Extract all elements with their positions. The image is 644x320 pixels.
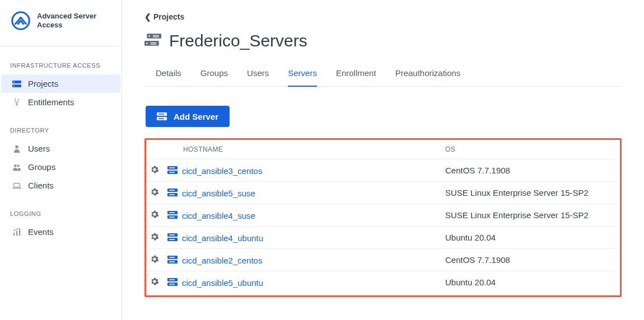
sidebar-item-users[interactable]: Users	[1, 139, 120, 158]
breadcrumb-label: Projects	[153, 12, 184, 21]
svg-rect-55	[169, 239, 175, 239]
gear-icon[interactable]	[151, 188, 158, 196]
server-hostname-link[interactable]: cicd_ansible3_centos	[182, 166, 262, 176]
svg-rect-21	[153, 35, 159, 35]
svg-rect-60	[169, 257, 175, 258]
tab-details[interactable]: Details	[156, 64, 181, 87]
svg-rect-26	[151, 44, 157, 44]
server-os: SUSE Linux Enterprise Server 15-SP2	[441, 204, 620, 227]
svg-rect-38	[169, 172, 175, 173]
tab-groups[interactable]: Groups	[200, 64, 228, 87]
user-icon	[11, 145, 22, 153]
svg-rect-11	[14, 183, 20, 187]
add-server-button[interactable]: Add Server	[146, 106, 230, 127]
sidebar-item-projects[interactable]: Projects	[1, 74, 120, 93]
svg-rect-37	[169, 172, 175, 172]
svg-rect-68	[169, 284, 175, 285]
svg-rect-63	[167, 278, 178, 281]
svg-rect-54	[169, 235, 175, 236]
svg-rect-40	[167, 193, 178, 196]
column-os: OS	[441, 140, 620, 159]
sidebar-item-groups[interactable]: Groups	[1, 158, 120, 176]
server-hostname-link[interactable]: cicd_ansible2_centos	[182, 256, 262, 265]
breadcrumb-back[interactable]: ❮ Projects	[144, 12, 622, 21]
svg-rect-52	[167, 238, 178, 241]
server-os: CentOS 7.7.1908	[441, 249, 620, 271]
tab-servers[interactable]: Servers	[288, 64, 317, 87]
svg-rect-30	[158, 114, 164, 115]
svg-point-3	[13, 81, 15, 82]
server-icon	[167, 165, 178, 175]
sidebar-item-events[interactable]: Events	[1, 223, 120, 241]
server-icon	[167, 210, 178, 220]
server-hostname-link[interactable]: cicd_ansible4_suse	[182, 211, 255, 220]
servers-table-highlight: HOSTNAME OS cicd_ansible3_centosCentOS 7…	[144, 138, 622, 297]
svg-rect-66	[169, 280, 175, 280]
server-hostname-link[interactable]: cicd_ansible5_ubuntu	[182, 278, 263, 288]
svg-point-8	[15, 145, 18, 148]
tab-content-servers: Add Server HOSTNAME OS cicd_ansible3_cen…	[144, 87, 622, 297]
gear-icon[interactable]	[151, 210, 158, 218]
svg-rect-13	[13, 233, 15, 236]
gear-icon[interactable]	[151, 255, 158, 263]
svg-rect-39	[167, 189, 178, 192]
svg-rect-33	[167, 166, 178, 170]
svg-rect-32	[158, 119, 164, 119]
svg-point-24	[146, 43, 148, 44]
server-hostname-link[interactable]: cicd_ansible4_ubuntu	[182, 233, 263, 243]
sidebar-item-label: Users	[28, 144, 50, 153]
tab-users[interactable]: Users	[247, 64, 269, 87]
svg-rect-58	[167, 260, 178, 263]
gear-icon[interactable]	[151, 166, 158, 173]
gear-icon[interactable]	[151, 277, 158, 285]
svg-point-10	[17, 164, 20, 167]
svg-rect-31	[158, 118, 164, 119]
svg-rect-44	[169, 195, 175, 195]
sidebar-item-clients[interactable]: Clients	[1, 176, 120, 195]
svg-rect-42	[169, 190, 175, 191]
sidebar-header: Advanced Server Access	[0, 6, 122, 46]
sidebar-item-label: Groups	[28, 162, 55, 172]
svg-point-5	[15, 98, 18, 102]
column-hostname: HOSTNAME	[163, 140, 441, 159]
gear-icon[interactable]	[151, 233, 158, 241]
svg-rect-36	[169, 168, 175, 168]
entitlement-icon	[11, 98, 22, 106]
tabs: Details Groups Users Servers Enrollment …	[144, 64, 622, 87]
users-icon	[11, 163, 22, 172]
table-row: cicd_ansible2_centosCentOS 7.7.1908	[146, 249, 620, 271]
main-content: ❮ Projects Frederico_Servers Details Gro…	[122, 0, 644, 320]
sidebar-section-directory: DIRECTORY	[0, 111, 122, 139]
add-server-label: Add Server	[174, 112, 218, 121]
svg-rect-35	[169, 167, 175, 168]
server-hostname-link[interactable]: cicd_ansible5_suse	[182, 189, 255, 198]
svg-rect-14	[16, 231, 17, 236]
sidebar-section-logging: LOGGING	[0, 195, 122, 223]
table-row: cicd_ansible3_centosCentOS 7.7.1908	[146, 159, 620, 182]
sidebar-item-entitlements[interactable]: Entitlements	[1, 93, 120, 111]
svg-rect-51	[167, 233, 178, 237]
svg-rect-45	[167, 211, 178, 214]
tab-enrollment[interactable]: Enrollment	[336, 64, 376, 87]
svg-rect-53	[169, 234, 175, 235]
svg-rect-27	[157, 112, 167, 116]
svg-rect-41	[169, 190, 175, 190]
page-title-row: Frederico_Servers	[144, 31, 622, 50]
svg-rect-49	[169, 217, 175, 217]
svg-rect-50	[169, 217, 175, 218]
svg-point-9	[14, 164, 17, 167]
svg-rect-34	[167, 171, 178, 174]
server-icon	[167, 277, 178, 287]
sidebar-item-label: Clients	[28, 181, 54, 190]
tab-preauthorizations[interactable]: Preauthorizations	[395, 64, 461, 87]
svg-point-20	[148, 35, 150, 37]
table-row: cicd_ansible5_ubuntuUbuntu 20.04	[146, 271, 620, 294]
svg-rect-46	[167, 215, 178, 219]
sidebar-section-infrastructure: INFRASTRUCTURE ACCESS	[0, 46, 122, 74]
svg-rect-61	[169, 261, 175, 262]
sidebar: Advanced Server Access INFRASTRUCTURE AC…	[0, 0, 122, 320]
server-os: CentOS 7.7.1908	[441, 159, 620, 182]
svg-rect-25	[151, 42, 157, 43]
svg-rect-65	[169, 279, 175, 280]
chevron-left-icon: ❮	[144, 12, 151, 21]
